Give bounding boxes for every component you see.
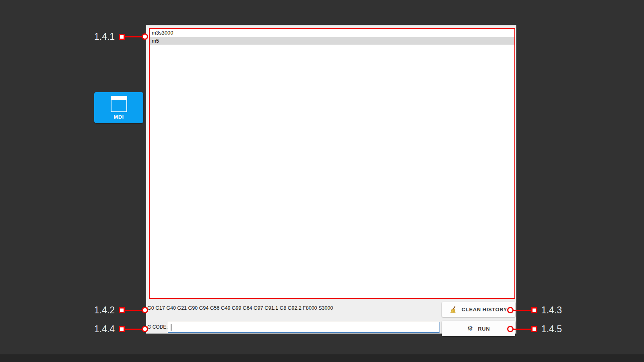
callout-circle-marker <box>142 326 148 332</box>
callout-connector <box>513 310 532 311</box>
callout-circle-marker <box>507 307 514 313</box>
gcode-label: G CODE: <box>147 324 168 330</box>
callout-square-marker <box>119 307 125 313</box>
callout-square-marker <box>119 326 125 332</box>
bottom-edge-strip <box>0 354 644 362</box>
callout-label: 1.4.3 <box>541 306 562 315</box>
callout-connector <box>124 310 142 311</box>
callout-circle-marker <box>507 326 514 332</box>
gcode-input[interactable] <box>168 322 440 333</box>
modal-codes-status: G0 G17 G40 G21 G90 G94 G56 G49 G99 G64 G… <box>147 305 437 311</box>
callout-circle-marker <box>142 33 148 40</box>
callout-1-4-4: 1.4.4 <box>94 323 148 335</box>
mdi-history-list[interactable]: m3s3000 m5 <box>149 28 515 299</box>
run-label: RUN <box>478 326 490 332</box>
mdi-tab-button[interactable]: MDI <box>94 92 143 123</box>
callout-label: 1.4.4 <box>94 325 115 334</box>
callout-connector <box>124 329 142 330</box>
clean-history-label: CLEAN HISTORY <box>462 306 507 313</box>
clean-history-button[interactable]: CLEAN HISTORY <box>442 302 515 317</box>
mdi-tab-label: MDI <box>114 114 124 120</box>
broom-icon <box>450 306 457 313</box>
callout-1-4-1: 1.4.1 <box>94 31 148 43</box>
window-icon <box>111 96 127 112</box>
callout-label: 1.4.2 <box>94 306 115 315</box>
history-list-item-selected[interactable]: m5 <box>150 37 514 45</box>
history-list-item[interactable]: m3s3000 <box>150 29 514 37</box>
callout-square-marker <box>531 326 537 332</box>
callout-square-marker <box>119 34 125 40</box>
run-button[interactable]: ⚙ RUN <box>442 321 515 336</box>
callout-1-4-3: 1.4.3 <box>507 304 562 316</box>
callout-1-4-5: 1.4.5 <box>507 323 562 335</box>
text-caret <box>171 324 171 331</box>
callout-connector <box>513 329 532 330</box>
callout-label: 1.4.1 <box>94 32 115 41</box>
screen-background: MDI m3s3000 m5 G0 G17 G40 G21 G90 G94 G5… <box>0 0 644 362</box>
callout-circle-marker <box>142 307 148 313</box>
gear-icon: ⚙ <box>467 325 473 332</box>
gcode-input-wrap <box>168 322 440 333</box>
callout-1-4-2: 1.4.2 <box>94 304 148 316</box>
callout-square-marker <box>531 307 537 313</box>
callout-label: 1.4.5 <box>541 325 562 334</box>
callout-connector <box>124 36 142 37</box>
